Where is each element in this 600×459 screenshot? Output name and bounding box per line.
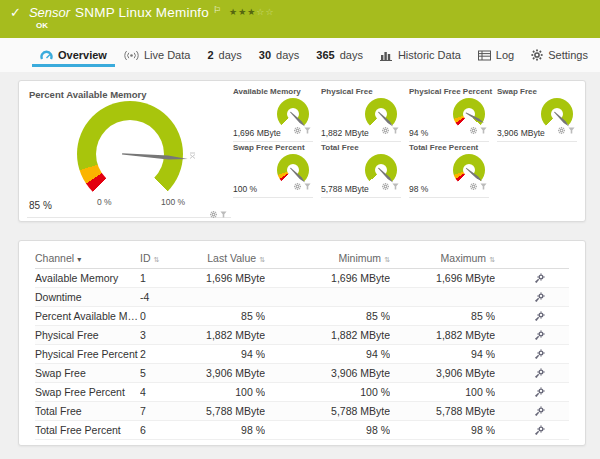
- edit-channel-gear-icon[interactable]: [535, 387, 569, 397]
- mini-gauge-tile-total-free[interactable]: Total Free5,788 MByte: [321, 142, 401, 198]
- gauge-funnel-icon[interactable]: [568, 120, 575, 138]
- gauge-funnel-icon[interactable]: [392, 176, 399, 194]
- tab-live-data[interactable]: Live Data: [122, 38, 192, 72]
- gauge-settings-gear-icon[interactable]: [470, 176, 477, 194]
- cell-id: 5: [140, 364, 200, 383]
- flag-icon[interactable]: ⚐: [213, 5, 221, 15]
- tab-settings[interactable]: Settings: [529, 38, 590, 72]
- tab-30-days[interactable]: 30days: [257, 38, 302, 72]
- cell-id: 3: [140, 326, 200, 345]
- status-ok-check-icon: ✓: [10, 5, 21, 20]
- gauge-scale-min: 0 %: [97, 197, 112, 207]
- cell-max: 1,882 MByte: [390, 326, 495, 345]
- mini-gauge-tile-swap-free-percent[interactable]: Swap Free Percent100 %: [233, 142, 313, 198]
- cell-min: 98 %: [265, 421, 390, 440]
- cell-id: -4: [140, 288, 200, 307]
- edit-channel-gear-icon[interactable]: [535, 406, 569, 416]
- edit-channel-gear-icon[interactable]: [535, 311, 569, 321]
- gauge-settings-gear-icon[interactable]: [470, 120, 477, 138]
- star-empty-icon[interactable]: ☆: [265, 7, 274, 17]
- cell-last: 100 %: [200, 383, 265, 402]
- col-header-minimum[interactable]: Minimum⇅: [265, 247, 390, 269]
- star-filled-icon[interactable]: ★: [229, 7, 238, 17]
- star-filled-icon[interactable]: ★: [238, 7, 247, 17]
- mini-gauge-value: 98 %: [409, 184, 428, 194]
- mini-gauge-label: Swap Free: [497, 87, 537, 96]
- cell-channel[interactable]: Total Free: [35, 402, 140, 421]
- mini-gauge-label: Total Free: [321, 143, 359, 152]
- mini-gauge-label: Physical Free: [321, 87, 373, 96]
- tab-historic-data[interactable]: Historic Data: [378, 38, 463, 72]
- col-header-id[interactable]: ID⇅: [140, 247, 200, 269]
- tab-365-days[interactable]: 365days: [314, 38, 365, 72]
- cell-channel[interactable]: Total Free Percent: [35, 421, 140, 440]
- col-header-last-value[interactable]: Last Value⇅: [200, 247, 265, 269]
- tile-icons: [382, 120, 399, 138]
- table-row: Percent Available Memo...085 %85 %85 %: [35, 307, 569, 326]
- tab-label: Settings: [548, 49, 588, 61]
- mini-gauge-tile-physical-free-percent[interactable]: Physical Free Percent94 %: [409, 86, 489, 142]
- gauge-funnel-icon[interactable]: [220, 204, 227, 222]
- col-header-maximum[interactable]: Maximum⇅: [390, 247, 495, 269]
- log-icon: [478, 50, 491, 61]
- tab-bar: OverviewLive Data2days30days365daysHisto…: [0, 38, 600, 72]
- cell-max: 94 %: [390, 345, 495, 364]
- main-gauge: [77, 101, 183, 207]
- mini-gauge-tile-total-free-percent[interactable]: Total Free Percent98 %: [409, 142, 489, 198]
- priority-stars[interactable]: ★★★☆☆: [229, 7, 274, 17]
- cell-min: 3,906 MByte: [265, 364, 390, 383]
- cell-max: 100 %: [390, 383, 495, 402]
- gauge-settings-gear-icon[interactable]: [210, 204, 217, 222]
- cell-max: [390, 288, 495, 307]
- mini-gauge-tile-swap-free[interactable]: Swap Free3,906 MByte: [497, 86, 577, 142]
- edit-channel-gear-icon[interactable]: [535, 292, 569, 302]
- cell-id: 6: [140, 421, 200, 440]
- tile-icons: [558, 120, 575, 138]
- tile-icons: [294, 176, 311, 194]
- mini-gauge-tile-available-memory[interactable]: Available Memory1,696 MByte: [233, 86, 313, 142]
- gauge-funnel-icon[interactable]: [392, 120, 399, 138]
- edit-channel-cell: [495, 345, 569, 364]
- cell-min: [265, 288, 390, 307]
- mini-gauge-label: Total Free Percent: [409, 143, 478, 152]
- gauge-settings-gear-icon[interactable]: [382, 176, 389, 194]
- table-row: Physical Free Percent294 %94 %94 %: [35, 345, 569, 364]
- cell-channel[interactable]: Swap Free: [35, 364, 140, 383]
- gauge-funnel-icon[interactable]: [304, 176, 311, 194]
- gauge-settings-gear-icon[interactable]: [382, 120, 389, 138]
- col-header-channel[interactable]: Channel▾: [35, 247, 140, 269]
- cell-id: 0: [140, 307, 200, 326]
- gauge-settings-gear-icon[interactable]: [294, 120, 301, 138]
- main-gauge-tile[interactable]: Percent Available Memory 0 % 100 % 85 %: [27, 81, 231, 218]
- gauge-funnel-icon[interactable]: [480, 176, 487, 194]
- table-row: Total Free75,788 MByte5,788 MByte5,788 M…: [35, 402, 569, 421]
- edit-channel-gear-icon[interactable]: [535, 330, 569, 340]
- main-gauge-title: Percent Available Memory: [29, 89, 147, 100]
- tab-log[interactable]: Log: [476, 38, 516, 72]
- gauge-funnel-icon[interactable]: [304, 120, 311, 138]
- cell-channel[interactable]: Physical Free Percent: [35, 345, 140, 364]
- tab-label: days: [219, 49, 242, 61]
- gauge-settings-gear-icon[interactable]: [294, 176, 301, 194]
- edit-channel-gear-icon[interactable]: [535, 425, 569, 435]
- cell-channel[interactable]: Percent Available Memo...: [35, 307, 140, 326]
- cell-last: 94 %: [200, 345, 265, 364]
- edit-channel-gear-icon[interactable]: [535, 368, 569, 378]
- tab-2-days[interactable]: 2days: [205, 38, 243, 72]
- cell-channel[interactable]: Physical Free: [35, 326, 140, 345]
- star-filled-icon[interactable]: ★: [247, 7, 256, 17]
- tab-overview[interactable]: Overview: [38, 38, 109, 72]
- cell-channel[interactable]: Swap Free Percent: [35, 383, 140, 402]
- gauge-settings-gear-icon[interactable]: [558, 120, 565, 138]
- cell-id: 2: [140, 345, 200, 364]
- edit-channel-gear-icon[interactable]: [535, 273, 569, 283]
- edit-channel-cell: [495, 364, 569, 383]
- mini-gauge-tile-physical-free[interactable]: Physical Free1,882 MByte: [321, 86, 401, 142]
- cell-channel[interactable]: Downtime: [35, 288, 140, 307]
- edit-channel-gear-icon[interactable]: [535, 349, 569, 359]
- cell-channel[interactable]: Available Memory: [35, 269, 140, 288]
- gauge-funnel-icon[interactable]: [480, 120, 487, 138]
- mini-gauge-value: 5,788 MByte: [321, 184, 369, 194]
- tab-label: Log: [496, 49, 514, 61]
- cell-id: 1: [140, 269, 200, 288]
